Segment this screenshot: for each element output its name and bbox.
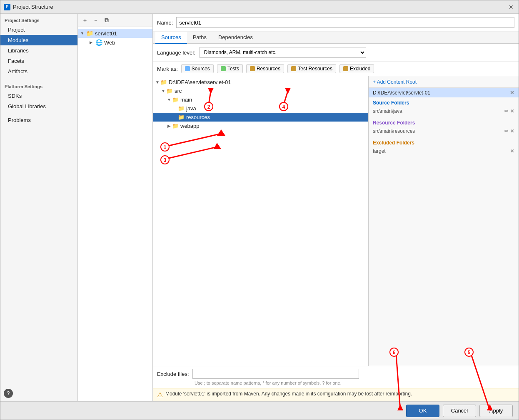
source-folder-edit-button[interactable]: ✏ — [504, 108, 509, 114]
ok-button[interactable]: OK — [406, 405, 439, 417]
ftree-java[interactable]: ▶ 📁 java — [153, 104, 368, 113]
name-input[interactable] — [176, 17, 514, 28]
sidebar-item-project[interactable]: Project — [0, 25, 77, 35]
add-module-button[interactable]: ＋ — [80, 16, 90, 25]
ftree-arrow-src: ▼ — [160, 89, 166, 93]
tab-paths[interactable]: Paths — [187, 32, 212, 44]
exclude-input[interactable] — [192, 369, 359, 379]
resource-folder-remove-button[interactable]: ✕ — [510, 128, 514, 134]
source-folder-remove-button[interactable]: ✕ — [510, 108, 514, 114]
ftree-label-resources: resources — [186, 114, 210, 120]
sidebar-item-problems[interactable]: Problems — [0, 115, 77, 125]
language-level-row: Language level: Diamonds, ARM, multi-cat… — [153, 44, 519, 62]
web-icon: 🌐 — [95, 39, 102, 46]
ftree-icon-src: 📁 — [166, 88, 173, 94]
ftree-label-root: D:\IDEA\servlet\servlet-01 — [169, 79, 231, 85]
mark-as-label: Mark as: — [157, 66, 178, 72]
ftree-icon-main: 📁 — [172, 97, 179, 103]
ftree-root[interactable]: ▼ 📁 D:\IDEA\servlet\servlet-01 — [153, 78, 368, 87]
ftree-resources[interactable]: ▶ 📁 resources — [153, 113, 368, 122]
rp-toolbar: + Add Content Root — [369, 76, 519, 88]
language-level-label: Language level: — [157, 50, 195, 56]
close-button[interactable]: ✕ — [507, 3, 515, 11]
warning-icon: ⚠ — [157, 391, 163, 399]
servlet01-icon: 📁 — [86, 30, 93, 37]
app-icon: P — [4, 4, 10, 10]
apply-button[interactable]: Apply — [479, 405, 513, 417]
cancel-button[interactable]: Cancel — [443, 405, 476, 417]
remove-content-root-button[interactable]: ✕ — [510, 89, 514, 96]
source-folder-row: src\main\java ✏ ✕ — [373, 107, 514, 115]
mark-resources-button[interactable]: Resources — [246, 64, 284, 73]
sidebar-item-global-libraries[interactable]: Global Libraries — [0, 101, 77, 112]
sidebar-item-modules[interactable]: Modules — [0, 35, 77, 45]
name-label: Name: — [157, 20, 173, 26]
excluded-folder-path: target — [373, 148, 386, 154]
resources-icon — [250, 66, 255, 71]
ftree-label-webapp: webapp — [180, 123, 200, 129]
project-settings-label: Project Settings — [0, 14, 77, 25]
ftree-webapp[interactable]: ▶ 📁 webapp — [153, 122, 368, 130]
excluded-folder-actions: ✕ — [510, 148, 514, 154]
add-content-root-button[interactable]: + Add Content Root — [373, 79, 417, 85]
ftree-icon-webapp: 📁 — [172, 123, 179, 129]
help-button[interactable]: ? — [4, 389, 13, 398]
split-layout: ▼ 📁 D:\IDEA\servlet\servlet-01 ▼ 📁 src — [153, 76, 519, 366]
name-row: Name: — [153, 14, 519, 32]
ftree-icon-root: 📁 — [160, 79, 167, 85]
copy-module-button[interactable]: ⧉ — [102, 16, 111, 25]
mark-tests-button[interactable]: Tests — [217, 64, 243, 73]
sidebar: Project Settings Project Modules Librari… — [0, 14, 78, 401]
resource-folder-actions: ✏ ✕ — [504, 128, 514, 134]
file-tree-panel: ▼ 📁 D:\IDEA\servlet\servlet-01 ▼ 📁 src — [153, 76, 369, 366]
exclude-hint: Use ; to separate name patterns, * for a… — [157, 380, 514, 385]
ftree-arrow-root: ▼ — [155, 80, 160, 84]
source-folder-actions: ✏ ✕ — [504, 108, 514, 114]
source-folders-title: Source Folders — [373, 100, 514, 106]
excluded-icon — [343, 66, 348, 71]
excluded-folders-section: Excluded Folders target ✕ — [369, 137, 519, 157]
tab-dependencies[interactable]: Dependencies — [212, 32, 259, 44]
window-title: Project Structure — [13, 4, 53, 10]
resource-folders-title: Resource Folders — [373, 120, 514, 126]
tree-item-servlet01[interactable]: ▼ 📁 servlet01 — [78, 29, 152, 38]
language-level-select[interactable]: Diamonds, ARM, multi-catch etc. — [200, 47, 366, 58]
title-bar: P Project Structure ✕ — [0, 0, 519, 14]
module-tree: ▼ 📁 servlet01 ▶ 🌐 Web — [78, 27, 152, 401]
sidebar-item-sdks[interactable]: SDKs — [0, 91, 77, 101]
mark-test-resources-button[interactable]: Test Resources — [287, 64, 336, 73]
exclude-label: Exclude files: — [157, 371, 189, 377]
sidebar-item-artifacts[interactable]: Artifacts — [0, 66, 77, 77]
tab-sources[interactable]: Sources — [155, 32, 187, 44]
excluded-folders-title: Excluded Folders — [373, 140, 514, 146]
exclude-row: Exclude files: — [157, 369, 514, 379]
ftree-main[interactable]: ▼ 📁 main — [153, 95, 368, 104]
tests-icon — [221, 66, 226, 71]
resource-folder-edit-button[interactable]: ✏ — [504, 128, 509, 134]
content-panel: Name: Sources Paths Dependencies Languag… — [153, 14, 519, 401]
right-panel: + Add Content Root D:\IDEA\servlet\servl… — [369, 76, 519, 366]
warning-bar: ⚠ Module 'servlet01' is imported from Ma… — [153, 388, 519, 401]
tree-label-servlet01: servlet01 — [95, 30, 117, 37]
sidebar-item-facets[interactable]: Facets — [0, 56, 77, 66]
content-root-row: D:\IDEA\servlet\servlet-01 ✕ — [369, 88, 519, 97]
tree-item-web[interactable]: ▶ 🌐 Web — [78, 38, 152, 47]
excluded-folder-remove-button[interactable]: ✕ — [510, 148, 514, 154]
mark-sources-button[interactable]: Sources — [181, 64, 214, 73]
resource-folder-path: src\main\resources — [373, 128, 415, 134]
test-resources-icon — [291, 66, 296, 71]
ftree-arrow-webapp: ▶ — [166, 124, 172, 128]
tree-label-web: Web — [104, 40, 115, 46]
ftree-src[interactable]: ▼ 📁 src — [153, 87, 368, 95]
module-tree-panel: ＋ － ⧉ ▼ 📁 servlet01 ▶ 🌐 Web — [78, 14, 153, 401]
source-folders-section: Source Folders src\main\java ✏ ✕ — [369, 97, 519, 117]
remove-module-button[interactable]: － — [91, 16, 100, 25]
mark-excluded-button[interactable]: Excluded — [339, 64, 374, 73]
sidebar-item-libraries[interactable]: Libraries — [0, 45, 77, 56]
ftree-label-main: main — [180, 97, 192, 103]
tabs-bar: Sources Paths Dependencies — [153, 32, 519, 44]
sources-icon — [185, 66, 190, 71]
content-root-path: D:\IDEA\servlet\servlet-01 — [373, 90, 430, 96]
source-folder-path: src\main\java — [373, 108, 402, 114]
ftree-arrow-main: ▼ — [166, 97, 172, 102]
